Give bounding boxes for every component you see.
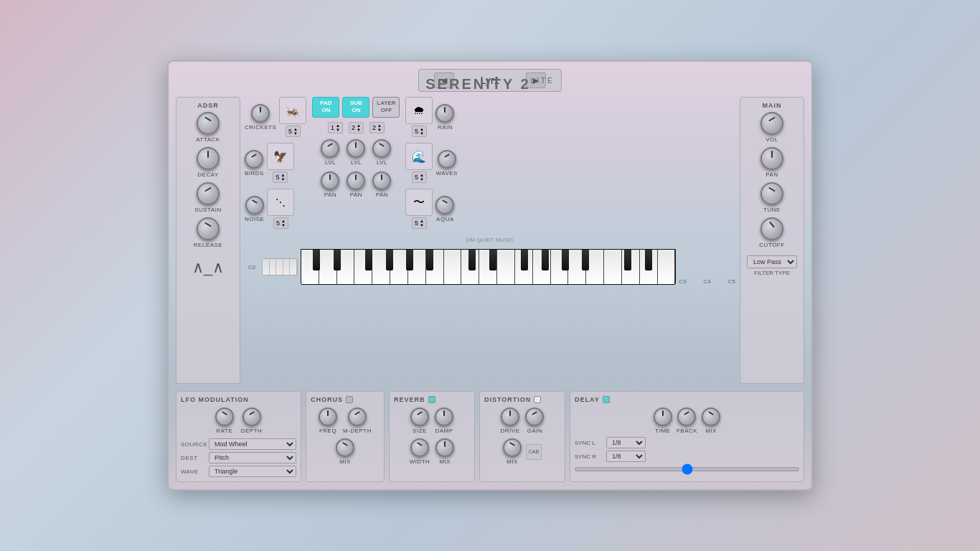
distortion-led[interactable] — [534, 396, 541, 403]
waves-knob[interactable] — [438, 150, 456, 169]
sub-lvl-knob[interactable] — [347, 139, 365, 158]
layer-spinner[interactable]: 2 ▲▼ — [369, 122, 385, 133]
mini-key-3[interactable] — [276, 259, 283, 275]
cutoff-knob[interactable] — [760, 217, 783, 240]
reverb-mix-knob[interactable] — [435, 438, 454, 457]
rain-spinner-arrows[interactable]: ▲▼ — [420, 127, 424, 136]
delay-slider[interactable] — [575, 467, 799, 471]
delay-led[interactable] — [603, 396, 610, 403]
vol-knob[interactable] — [760, 112, 783, 135]
rain-knob[interactable] — [435, 104, 454, 123]
reverb-width-knob[interactable] — [410, 438, 429, 457]
mini-keyboard[interactable] — [262, 258, 298, 276]
sub-button[interactable]: SUB ON — [342, 97, 369, 118]
delay-time-knob[interactable] — [654, 408, 672, 426]
chorus-freq-knob[interactable] — [319, 408, 337, 426]
reverb-size-knob[interactable] — [410, 408, 429, 426]
release-knob[interactable] — [197, 217, 220, 240]
lfo-rate-knob[interactable] — [215, 408, 234, 426]
white-key[interactable] — [515, 250, 533, 284]
pad-lvl-knob[interactable] — [321, 139, 339, 158]
cab-button[interactable]: CAB — [526, 444, 542, 460]
white-key[interactable] — [461, 250, 479, 284]
mini-key-4[interactable] — [283, 259, 291, 275]
white-key[interactable] — [568, 250, 586, 284]
white-key[interactable] — [622, 250, 640, 284]
white-key[interactable] — [586, 250, 604, 284]
pad-spinner-arrows[interactable]: ▲▼ — [336, 123, 340, 132]
aqua-spinner[interactable]: 5 ▲▼ — [412, 217, 427, 229]
white-key[interactable] — [354, 250, 372, 284]
delay-mix-knob[interactable] — [702, 408, 720, 426]
white-key[interactable] — [551, 250, 569, 284]
waves-spinner[interactable]: 5 ▲▼ — [412, 171, 427, 183]
syncr-select[interactable]: 1/81/41/161/2 — [606, 451, 646, 462]
noise-spinner-arrows[interactable]: ▲▼ — [281, 219, 286, 227]
white-key[interactable] — [533, 250, 551, 284]
gain-knob[interactable] — [525, 408, 544, 426]
sustain-knob[interactable] — [197, 182, 220, 205]
mini-key-2[interactable] — [270, 259, 277, 275]
chorus-mix-knob[interactable] — [336, 438, 354, 457]
lfo-dest-select[interactable]: Pitch Filter Amplitude — [209, 452, 296, 463]
lfo-wave-select[interactable]: Triangle Sine Square Sawtooth — [209, 466, 296, 477]
tune-label: TUNE — [763, 207, 781, 213]
mini-key-5[interactable] — [290, 259, 297, 275]
pad-spinner[interactable]: 1 ▲▼ — [328, 122, 343, 133]
drive-knob[interactable] — [501, 408, 519, 426]
pan-knob[interactable] — [760, 147, 783, 170]
layer-pan-knob[interactable] — [372, 171, 391, 190]
layer-button[interactable]: LAYER OFF — [372, 97, 400, 118]
noise-spinner[interactable]: 5 ▲▼ — [273, 217, 288, 229]
birds-spinner-arrows[interactable]: ▲▼ — [281, 173, 285, 182]
white-key[interactable] — [408, 250, 426, 284]
dist-mix-knob[interactable] — [503, 438, 522, 457]
sub-spinner[interactable]: 2 ▲▼ — [349, 122, 364, 133]
birds-spinner[interactable]: 5 ▲▼ — [273, 171, 288, 183]
chorus-mdepth-knob[interactable] — [348, 408, 367, 426]
sub-pan-knob[interactable] — [347, 171, 365, 190]
lfo-depth-knob[interactable] — [242, 408, 261, 426]
white-key[interactable] — [658, 250, 676, 284]
delay-fback-knob[interactable] — [677, 408, 696, 426]
chorus-led[interactable] — [346, 396, 353, 403]
white-key[interactable] — [319, 250, 337, 284]
crickets-spinner-arrows[interactable]: ▲▼ — [293, 127, 298, 136]
tune-knob[interactable] — [760, 182, 783, 205]
white-key[interactable] — [640, 250, 658, 284]
crickets-knob[interactable] — [251, 104, 270, 123]
waves-spinner-arrows[interactable]: ▲▼ — [420, 173, 424, 182]
reverb-led[interactable] — [428, 396, 435, 403]
birds-knob[interactable] — [245, 150, 263, 169]
crickets-spinner[interactable]: 5 ▲▼ — [286, 126, 301, 137]
aqua-knob[interactable] — [435, 196, 454, 215]
rain-spinner[interactable]: 5 ▲▼ — [412, 126, 427, 137]
syncl-select[interactable]: 1/81/41/161/2 — [606, 437, 646, 448]
white-key[interactable] — [390, 250, 408, 284]
white-key[interactable] — [426, 250, 444, 284]
mini-key-1[interactable] — [263, 259, 270, 275]
layer-spinner-arrows[interactable]: ▲▼ — [377, 123, 382, 132]
attack-knob[interactable] — [197, 112, 220, 135]
white-key[interactable] — [497, 250, 515, 284]
pad-pan-knob[interactable] — [321, 171, 339, 190]
layer-pan-label: PAN — [376, 192, 388, 198]
delay-time-label: TIME — [655, 428, 670, 434]
white-key[interactable] — [301, 250, 319, 284]
pad-button[interactable]: PAD ON — [312, 97, 339, 118]
white-key[interactable] — [604, 250, 622, 284]
aqua-spinner-arrows[interactable]: ▲▼ — [420, 219, 424, 227]
sub-spinner-arrows[interactable]: ▲▼ — [357, 123, 361, 132]
layer-lvl-knob[interactable] — [372, 139, 391, 158]
white-key[interactable] — [479, 250, 497, 284]
decay-knob[interactable] — [197, 147, 220, 170]
white-key[interactable] — [337, 250, 355, 284]
main-keyboard[interactable] — [301, 249, 676, 285]
delay-time-control: TIME — [654, 408, 672, 434]
reverb-damp-knob[interactable] — [435, 408, 453, 426]
white-key[interactable] — [372, 250, 390, 284]
lfo-source-select[interactable]: Mod Wheel Velocity Aftertouch — [209, 438, 296, 450]
white-key[interactable] — [444, 250, 462, 284]
noise-knob[interactable] — [245, 196, 264, 215]
filter-type-select[interactable]: Low Pass High Pass Band Pass Notch — [747, 255, 797, 268]
